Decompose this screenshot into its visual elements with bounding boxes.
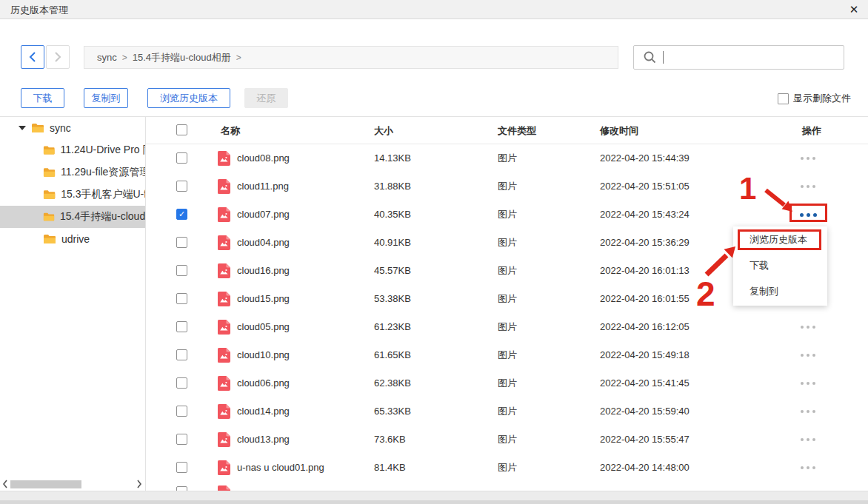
row-checkbox[interactable]	[176, 237, 187, 248]
folder-label: 15.3手机客户端U-fi	[61, 188, 145, 201]
file-size: 53.38KB	[374, 285, 411, 313]
close-icon[interactable]: ✕	[846, 1, 862, 18]
folder-label: 15.4手持端u-cloud相	[60, 210, 145, 224]
file-table-header: 名称 大小 文件类型 修改时间 操作	[146, 117, 868, 144]
sidebar-item-11-24u-drive-pro-[interactable]: 11.24U-Drive Pro 同	[0, 139, 145, 161]
file-size: 62.38KB	[374, 369, 411, 397]
row-checkbox[interactable]	[176, 181, 187, 192]
file-name: cloud08.png	[237, 144, 290, 172]
image-file-icon	[218, 179, 230, 194]
row-checkbox[interactable]	[176, 321, 187, 332]
sidebar-item-udrive[interactable]: udrive	[0, 228, 145, 250]
search-input[interactable]	[664, 46, 844, 69]
folder-icon	[43, 234, 56, 244]
browse-history-button[interactable]: 浏览历史版本	[147, 88, 230, 108]
folder-label: 11.24U-Drive Pro 同	[60, 144, 145, 157]
file-mtime: 2022-04-20 15:59:40	[600, 397, 690, 426]
header-type: 文件类型	[498, 124, 536, 138]
file-type: 图片	[498, 201, 517, 229]
file-type: 图片	[498, 285, 517, 313]
table-row[interactable]: u-nas u cloud01.png81.4KB图片2022-04-20 14…	[146, 454, 868, 482]
row-checkbox-checked[interactable]: ✓	[176, 209, 187, 220]
file-size: 45.57KB	[374, 257, 411, 285]
table-row[interactable]: cloud10.png61.65KB图片2022-04-20 15:49:18	[146, 341, 868, 369]
image-file-icon	[218, 292, 230, 306]
image-file-icon	[218, 348, 230, 363]
table-row[interactable]: cloud05.png61.23KB图片2022-04-20 16:12:05	[146, 313, 868, 341]
table-row[interactable]: cloud06.png62.38KB图片2022-04-20 15:41:45	[146, 369, 868, 397]
file-size: 40.35KB	[374, 201, 411, 229]
row-checkbox[interactable]	[176, 349, 187, 360]
file-mtime: 2022-04-20 15:43:24	[600, 201, 690, 229]
header-size: 大小	[374, 124, 393, 138]
show-deleted-checkbox[interactable]	[778, 93, 789, 104]
row-checkbox[interactable]	[176, 406, 187, 417]
row-actions-menu-button[interactable]	[793, 397, 823, 426]
search-box[interactable]	[633, 45, 844, 70]
forward-button-disabled[interactable]	[46, 45, 70, 69]
row-actions-menu-button[interactable]	[793, 454, 823, 482]
file-size: 31.88KB	[374, 172, 411, 201]
file-mtime: 2022-04-20 16:01:55	[600, 285, 690, 313]
show-deleted-files-option[interactable]: 显示删除文件	[778, 92, 851, 105]
breadcrumb-separator-icon: >	[236, 53, 241, 63]
title-bar: 历史版本管理 ✕	[0, 0, 868, 19]
folder-icon	[43, 189, 56, 200]
row-actions-menu-button[interactable]	[793, 426, 823, 454]
file-name: cloud10.png	[237, 341, 290, 369]
scrollbar-thumb[interactable]	[10, 480, 81, 488]
download-button[interactable]: 下载	[21, 88, 64, 108]
restore-button-disabled[interactable]: 还原	[244, 88, 288, 108]
row-checkbox[interactable]	[176, 152, 187, 164]
folder-tree-sidebar: sync11.24U-Drive Pro 同11.29u-file资源管理15.…	[0, 117, 146, 491]
context-menu-item-下载[interactable]: 下载	[733, 252, 827, 278]
sidebar-item-15-3-u-fi[interactable]: 15.3手机客户端U-fi	[0, 184, 145, 206]
context-menu-item-复制到[interactable]: 复制到	[733, 278, 827, 304]
row-checkbox[interactable]	[176, 293, 187, 304]
table-row[interactable]	[146, 482, 868, 491]
scroll-right-icon[interactable]	[136, 479, 143, 489]
file-name: cloud04.png	[237, 229, 290, 257]
sidebar-item-15-4-u-cloud-[interactable]: 15.4手持端u-cloud相	[0, 206, 145, 228]
context-menu-item-浏览历史版本[interactable]: 浏览历史版本	[733, 226, 827, 252]
file-size: 14.13KB	[374, 144, 411, 172]
row-checkbox[interactable]	[176, 265, 187, 276]
table-row[interactable]: cloud13.png73.6KB图片2022-04-20 15:55:47	[146, 426, 868, 454]
image-file-icon	[218, 460, 230, 475]
file-type: 图片	[498, 144, 517, 172]
row-actions-menu-button[interactable]	[793, 313, 823, 341]
back-button[interactable]	[21, 45, 44, 69]
sidebar-item-sync[interactable]: sync	[0, 117, 145, 139]
folder-icon	[43, 145, 55, 155]
folder-label: 11.29u-file资源管理	[61, 166, 145, 179]
image-file-icon	[218, 151, 230, 166]
row-checkbox[interactable]	[176, 434, 187, 445]
breadcrumb-segment[interactable]: sync	[97, 52, 117, 63]
row-actions-menu-button[interactable]	[793, 341, 823, 369]
file-mtime: 2022-04-20 14:48:00	[600, 454, 690, 482]
scroll-left-icon[interactable]	[1, 479, 9, 489]
breadcrumb-segment[interactable]: 15.4手持端u-cloud相册	[133, 52, 231, 63]
copy-to-button[interactable]: 复制到	[84, 88, 128, 108]
sidebar-horizontal-scrollbar[interactable]	[0, 477, 146, 491]
sidebar-item-11-29u-file-[interactable]: 11.29u-file资源管理	[0, 161, 145, 184]
table-row[interactable]: cloud11.png31.88KB图片2022-04-20 15:51:05	[146, 172, 868, 201]
file-name: cloud11.png	[237, 172, 289, 201]
table-row[interactable]: cloud14.png65.33KB图片2022-04-20 15:59:40	[146, 397, 868, 426]
file-type: 图片	[498, 341, 517, 369]
row-actions-menu-button-active[interactable]	[793, 201, 823, 229]
image-file-icon	[218, 376, 230, 391]
expand-caret-icon[interactable]	[19, 126, 26, 130]
row-checkbox[interactable]	[176, 486, 187, 491]
row-checkbox[interactable]	[176, 377, 187, 389]
history-version-manager-window: 历史版本管理 ✕ sync>15.4手持端u-cloud相册> 下载 复制到 浏…	[0, 0, 868, 504]
row-actions-menu-button[interactable]	[793, 369, 823, 397]
row-checkbox[interactable]	[176, 462, 187, 473]
file-mtime: 2022-04-20 16:12:05	[600, 313, 690, 341]
row-actions-menu-button[interactable]	[793, 144, 823, 172]
table-row[interactable]: ✓cloud07.png40.35KB图片2022-04-20 15:43:24	[146, 201, 868, 229]
table-row[interactable]: cloud08.png14.13KB图片2022-04-20 15:44:39	[146, 144, 868, 172]
row-actions-menu-button[interactable]	[793, 172, 823, 201]
image-file-icon	[218, 485, 230, 491]
select-all-checkbox[interactable]	[176, 124, 187, 135]
